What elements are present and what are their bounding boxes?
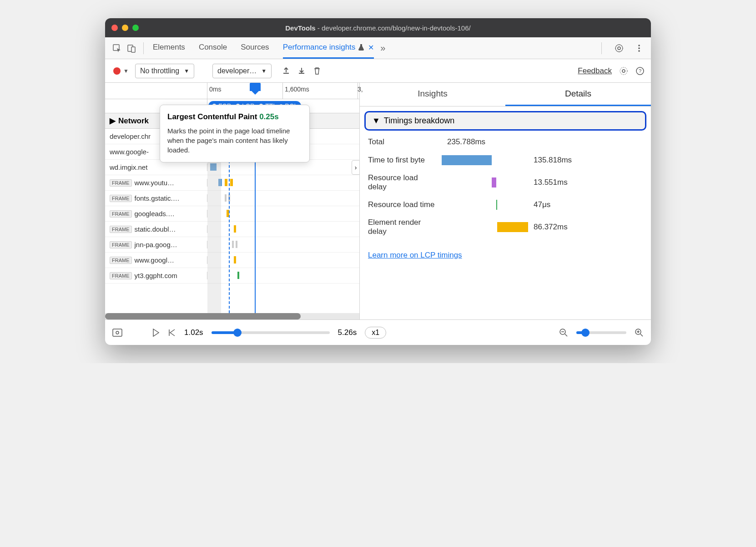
svg-rect-2 bbox=[131, 47, 135, 52]
subtoolbar: ▼ No throttling ▼ developer… ▼ Feedback … bbox=[105, 59, 651, 83]
svg-point-3 bbox=[618, 47, 620, 50]
panel-tabs: Elements Console Sources Performance ins… bbox=[153, 37, 374, 59]
timeline-pane: 0ms 1,600ms 3, FCP LCP TTI DCL bbox=[105, 83, 360, 319]
export-icon[interactable] bbox=[282, 66, 291, 76]
flask-icon bbox=[358, 44, 364, 51]
zoom-slider[interactable] bbox=[576, 331, 626, 334]
chevron-down-icon: ▼ bbox=[184, 68, 189, 74]
minimize-window-icon[interactable] bbox=[122, 25, 128, 31]
rewind-icon[interactable] bbox=[168, 329, 176, 337]
close-tab-icon[interactable]: ✕ bbox=[368, 43, 374, 52]
tab-details[interactable]: Details bbox=[505, 83, 651, 106]
chevron-down-icon: ▼ bbox=[372, 116, 380, 126]
zoom-out-icon[interactable] bbox=[559, 328, 568, 337]
network-row[interactable]: FRAMEgoogleads.… bbox=[105, 206, 359, 222]
playhead-handle[interactable] bbox=[250, 83, 261, 91]
svg-point-5 bbox=[638, 47, 640, 49]
timings-list: Total 235.788ms Time to first byte 135.8… bbox=[360, 135, 651, 246]
expand-arrow-icon: ▶ bbox=[110, 116, 116, 126]
feedback-link[interactable]: Feedback bbox=[578, 66, 612, 76]
network-row[interactable]: FRAMEjnn-pa.goog… bbox=[105, 237, 359, 253]
help-icon[interactable]: ? bbox=[635, 66, 645, 76]
sidepanel: Insights Details ▼ Timings breakdown Tot… bbox=[360, 83, 651, 319]
total-time: 5.26s bbox=[338, 328, 357, 337]
origin-select[interactable]: developer… ▼ bbox=[212, 64, 272, 78]
timing-row: Time to first byte 135.818ms bbox=[368, 155, 643, 165]
main-tabbar: Elements Console Sources Performance ins… bbox=[105, 37, 651, 59]
svg-point-7 bbox=[622, 70, 625, 72]
timing-row: Element render delay 86.372ms bbox=[368, 218, 643, 236]
settings-icon[interactable] bbox=[612, 41, 626, 56]
record-icon bbox=[113, 67, 121, 75]
speed-selector[interactable]: x1 bbox=[365, 327, 386, 339]
network-row[interactable]: FRAMEstatic.doubl… bbox=[105, 222, 359, 237]
playback-footer: 1.02s 5.26s x1 bbox=[105, 319, 651, 345]
network-row[interactable]: FRAMEwww.googl… bbox=[105, 253, 359, 268]
svg-point-8 bbox=[620, 67, 627, 75]
kebab-menu-icon[interactable] bbox=[632, 41, 646, 56]
screenshot-toggle-icon[interactable] bbox=[112, 329, 122, 337]
tab-console[interactable]: Console bbox=[199, 37, 227, 59]
pane-expand-button[interactable]: › bbox=[352, 160, 360, 175]
svg-point-4 bbox=[638, 45, 640, 46]
svg-point-6 bbox=[638, 50, 640, 52]
play-icon[interactable] bbox=[152, 329, 160, 337]
network-row[interactable]: FRAMEfonts.gstatic.… bbox=[105, 191, 359, 206]
record-button[interactable]: ▼ bbox=[111, 66, 131, 76]
inspect-icon[interactable] bbox=[110, 41, 124, 56]
tab-insights[interactable]: Insights bbox=[360, 83, 505, 106]
close-window-icon[interactable] bbox=[111, 25, 118, 31]
svg-rect-11 bbox=[113, 329, 122, 336]
time-ruler[interactable]: 0ms 1,600ms 3, bbox=[105, 83, 359, 99]
tab-sources[interactable]: Sources bbox=[241, 37, 269, 59]
timings-breakdown-header[interactable]: ▼ Timings breakdown bbox=[364, 111, 646, 131]
current-time: 1.02s bbox=[184, 328, 203, 337]
timing-row: Resource load time 47μs bbox=[368, 200, 643, 210]
devtools-window: DevTools - developer.chrome.com/blog/new… bbox=[105, 18, 651, 345]
horizontal-scrollbar[interactable] bbox=[105, 313, 359, 319]
timing-row: Total 235.788ms bbox=[368, 137, 643, 147]
sidepanel-tabs: Insights Details bbox=[360, 83, 651, 106]
network-row[interactable]: FRAMEyt3.ggpht.com bbox=[105, 268, 359, 284]
time-slider[interactable] bbox=[212, 331, 330, 334]
tab-elements[interactable]: Elements bbox=[153, 37, 185, 59]
window-title: DevTools - developer.chrome.com/blog/new… bbox=[105, 24, 651, 32]
ruler-tick: 0ms bbox=[209, 86, 221, 93]
traffic-lights bbox=[111, 25, 139, 31]
lcp-tooltip: Largest Contentful Paint 0.25s Marks the… bbox=[160, 105, 310, 162]
network-row[interactable]: FRAMEwww.youtu… bbox=[105, 175, 359, 191]
device-toggle-icon[interactable] bbox=[124, 41, 139, 56]
ruler-tick: 1,600ms bbox=[285, 86, 309, 93]
throttling-select[interactable]: No throttling ▼ bbox=[135, 64, 194, 78]
zoom-in-icon[interactable] bbox=[635, 328, 644, 337]
tab-performance-insights[interactable]: Performance insights ✕ bbox=[283, 37, 374, 59]
separator bbox=[601, 42, 602, 54]
chevron-down-icon: ▼ bbox=[123, 68, 129, 74]
titlebar: DevTools - developer.chrome.com/blog/new… bbox=[105, 18, 651, 37]
main-content: 0ms 1,600ms 3, FCP LCP TTI DCL bbox=[105, 83, 651, 319]
svg-text:?: ? bbox=[639, 68, 641, 74]
svg-point-12 bbox=[116, 331, 119, 334]
maximize-window-icon[interactable] bbox=[132, 25, 139, 31]
ruler-tick: 3, bbox=[358, 86, 363, 93]
more-tabs-icon[interactable]: » bbox=[380, 43, 385, 53]
learn-more-link[interactable]: Learn more on LCP timings bbox=[368, 251, 643, 260]
import-icon[interactable] bbox=[297, 66, 306, 76]
delete-icon[interactable] bbox=[312, 66, 322, 76]
separator bbox=[143, 42, 144, 54]
panel-settings-icon[interactable] bbox=[619, 66, 628, 76]
timing-row: Resource load delay 13.551ms bbox=[368, 173, 643, 192]
chevron-down-icon: ▼ bbox=[261, 68, 267, 74]
